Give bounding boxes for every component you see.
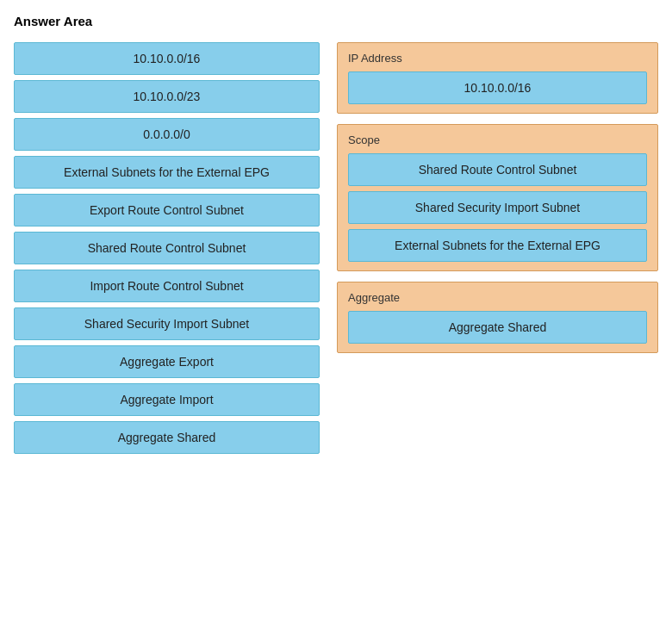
scope-label: Scope — [348, 133, 647, 146]
left-item-item-6[interactable]: Shared Route Control Subnet — [14, 232, 320, 264]
right-item-ip-1[interactable]: 10.10.0.0/16 — [348, 71, 647, 104]
ip-address-label: IP Address — [348, 52, 647, 65]
left-item-item-3[interactable]: 0.0.0.0/0 — [14, 118, 320, 151]
aggregate-box: Aggregate Aggregate Shared — [337, 282, 658, 353]
right-item-scope-3[interactable]: External Subnets for the External EPG — [348, 229, 647, 262]
left-item-item-2[interactable]: 10.10.0.0/23 — [14, 80, 320, 113]
scope-content: Shared Route Control SubnetShared Securi… — [348, 153, 647, 262]
page-title: Answer Area — [14, 14, 658, 28]
left-item-item-9[interactable]: Aggregate Export — [14, 345, 320, 378]
left-item-item-1[interactable]: 10.10.0.0/16 — [14, 42, 320, 75]
right-item-scope-2[interactable]: Shared Security Import Subnet — [348, 191, 647, 224]
ip-address-content: 10.10.0.0/16 — [348, 71, 647, 104]
right-item-agg-1[interactable]: Aggregate Shared — [348, 311, 647, 344]
aggregate-content: Aggregate Shared — [348, 311, 647, 344]
left-column: 10.10.0.0/1610.10.0.0/230.0.0.0/0Externa… — [14, 42, 320, 454]
left-item-item-5[interactable]: Export Route Control Subnet — [14, 194, 320, 227]
main-layout: 10.10.0.0/1610.10.0.0/230.0.0.0/0Externa… — [14, 42, 658, 454]
left-item-item-7[interactable]: Import Route Control Subnet — [14, 270, 320, 302]
left-item-item-8[interactable]: Shared Security Import Subnet — [14, 307, 320, 340]
right-item-scope-1[interactable]: Shared Route Control Subnet — [348, 153, 647, 186]
left-item-item-4[interactable]: External Subnets for the External EPG — [14, 156, 320, 189]
left-item-item-10[interactable]: Aggregate Import — [14, 383, 320, 416]
scope-box: Scope Shared Route Control SubnetShared … — [337, 124, 658, 271]
left-item-item-11[interactable]: Aggregate Shared — [14, 421, 320, 454]
right-column: IP Address 10.10.0.0/16 Scope Shared Rou… — [337, 42, 658, 353]
aggregate-label: Aggregate — [348, 291, 647, 304]
ip-address-box: IP Address 10.10.0.0/16 — [337, 42, 658, 114]
